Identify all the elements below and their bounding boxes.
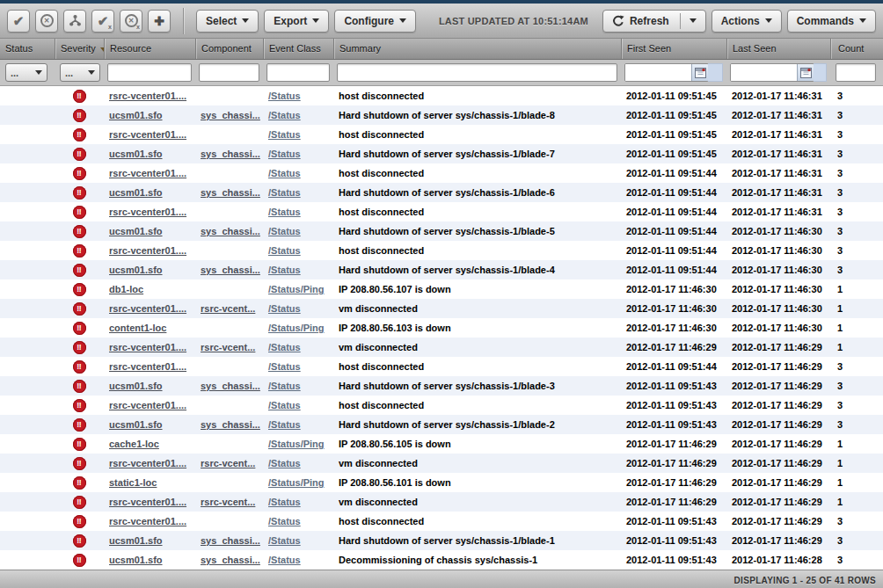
- resource-link[interactable]: rsrc-vcenter01....: [109, 207, 186, 217]
- component-link[interactable]: sys_chassi...: [201, 535, 260, 546]
- map-events-button[interactable]: [63, 10, 86, 33]
- column-header-count[interactable]: Count: [830, 39, 883, 59]
- resource-link[interactable]: ucsm01.sfo: [109, 535, 163, 546]
- resource-link[interactable]: rsrc-vcenter01....: [109, 303, 186, 314]
- component-filter-input[interactable]: [199, 63, 259, 82]
- resource-link[interactable]: ucsm01.sfo: [109, 419, 163, 430]
- column-header-component[interactable]: Component: [195, 39, 263, 59]
- column-header-last-seen[interactable]: Last Seen: [726, 39, 830, 59]
- table-row[interactable]: ‼ ucsm01.sfo sys_chassi... /Status Hard …: [0, 221, 883, 241]
- table-row[interactable]: ‼ rsrc-vcenter01.... rsrc-vcent... /Stat…: [0, 454, 883, 473]
- table-row[interactable]: ‼ rsrc-vcenter01.... /Status host discon…: [0, 86, 883, 105]
- resource-link[interactable]: ucsm01.sfo: [109, 381, 163, 391]
- calendar-icon[interactable]: [797, 64, 814, 81]
- event-class-link[interactable]: /Status: [268, 458, 301, 468]
- resource-link[interactable]: ucsm01.sfo: [109, 149, 163, 159]
- table-row[interactable]: ‼ ucsm01.sfo sys_chassi... /Status Hard …: [0, 144, 883, 163]
- component-link[interactable]: sys_chassi...: [201, 187, 260, 198]
- resource-link[interactable]: rsrc-vcenter01....: [109, 245, 186, 256]
- reopen-event-button[interactable]: ✕ x: [120, 10, 142, 33]
- resource-link[interactable]: cache1-loc: [109, 439, 159, 449]
- resource-link[interactable]: ucsm01.sfo: [109, 187, 163, 198]
- event-class-link[interactable]: /Status: [268, 400, 301, 410]
- event-class-link[interactable]: /Status/Ping: [268, 439, 325, 449]
- select-menu-button[interactable]: Select: [196, 10, 259, 33]
- column-header-severity[interactable]: Severity: [55, 39, 104, 59]
- event-class-link[interactable]: /Status: [268, 226, 301, 236]
- resource-link[interactable]: ucsm01.sfo: [109, 555, 163, 565]
- actions-menu-button[interactable]: Actions: [712, 10, 782, 33]
- event-class-link[interactable]: /Status: [268, 245, 301, 256]
- last-seen-filter-input[interactable]: [731, 64, 797, 81]
- resource-link[interactable]: rsrc-vcenter01....: [109, 342, 186, 352]
- commands-menu-button[interactable]: Commands: [787, 10, 876, 33]
- event-class-link[interactable]: /Status: [268, 129, 301, 140]
- event-class-link[interactable]: /Status: [268, 342, 301, 352]
- count-filter-input[interactable]: [836, 63, 876, 82]
- resource-link[interactable]: rsrc-vcenter01....: [109, 168, 186, 178]
- table-row[interactable]: ‼ rsrc-vcenter01.... /Status host discon…: [0, 202, 883, 221]
- acknowledge-button[interactable]: ✔: [7, 10, 30, 33]
- table-row[interactable]: ‼ rsrc-vcenter01.... /Status host discon…: [0, 357, 883, 376]
- column-header-summary[interactable]: Summary: [333, 39, 621, 59]
- component-link[interactable]: rsrc-vcent...: [201, 497, 255, 507]
- resource-link[interactable]: ucsm01.sfo: [109, 265, 163, 275]
- table-row[interactable]: ‼ rsrc-vcenter01.... /Status host discon…: [0, 125, 883, 144]
- component-link[interactable]: sys_chassi...: [201, 381, 260, 391]
- configure-menu-button[interactable]: Configure: [334, 10, 416, 33]
- resource-link[interactable]: rsrc-vcenter01....: [109, 458, 186, 468]
- add-event-button[interactable]: ✚: [148, 10, 171, 33]
- table-row[interactable]: ‼ ucsm01.sfo sys_chassi... /Status Hard …: [0, 531, 883, 550]
- resource-link[interactable]: static1-loc: [109, 477, 157, 488]
- table-row[interactable]: ‼ rsrc-vcenter01.... /Status host discon…: [0, 163, 883, 183]
- resource-link[interactable]: rsrc-vcenter01....: [109, 497, 186, 507]
- resource-link[interactable]: rsrc-vcenter01....: [109, 361, 186, 372]
- table-row[interactable]: ‼ rsrc-vcenter01.... rsrc-vcent... /Stat…: [0, 492, 883, 512]
- resource-link[interactable]: db1-loc: [109, 284, 143, 294]
- table-row[interactable]: ‼ ucsm01.sfo sys_chassi... /Status Hard …: [0, 260, 883, 279]
- table-row[interactable]: ‼ ucsm01.sfo sys_chassi... /Status Hard …: [0, 105, 883, 125]
- component-link[interactable]: sys_chassi...: [201, 110, 260, 120]
- component-link[interactable]: sys_chassi...: [201, 555, 260, 565]
- resource-link[interactable]: content1-loc: [109, 323, 166, 333]
- column-header-first-seen[interactable]: First Seen: [621, 39, 726, 59]
- component-link[interactable]: sys_chassi...: [201, 226, 260, 236]
- event-class-link[interactable]: /Status: [268, 187, 301, 198]
- component-link[interactable]: sys_chassi...: [201, 419, 260, 430]
- event-class-link[interactable]: /Status/Ping: [268, 284, 325, 294]
- resource-link[interactable]: ucsm01.sfo: [109, 110, 163, 120]
- component-link[interactable]: sys_chassi...: [201, 149, 260, 159]
- event-class-link[interactable]: /Status: [268, 110, 301, 120]
- unacknowledge-button[interactable]: ✔ x: [91, 10, 114, 33]
- event-class-link[interactable]: /Status: [268, 516, 301, 526]
- event-class-link[interactable]: /Status: [268, 361, 301, 372]
- table-row[interactable]: ‼ rsrc-vcenter01.... rsrc-vcent... /Stat…: [0, 338, 883, 357]
- table-row[interactable]: ‼ content1-loc /Status/Ping IP 208.80.56…: [0, 318, 883, 338]
- table-row[interactable]: ‼ rsrc-vcenter01.... /Status host discon…: [0, 396, 883, 415]
- component-link[interactable]: rsrc-vcent...: [201, 458, 255, 468]
- component-link[interactable]: sys_chassi...: [201, 265, 260, 275]
- first-seen-filter-input[interactable]: [625, 64, 691, 81]
- table-row[interactable]: ‼ rsrc-vcenter01.... /Status host discon…: [0, 241, 883, 260]
- column-header-status[interactable]: Status: [0, 39, 55, 59]
- table-row[interactable]: ‼ db1-loc /Status/Ping IP 208.80.56.107 …: [0, 279, 883, 299]
- event-class-link[interactable]: /Status: [268, 555, 301, 565]
- resource-link[interactable]: rsrc-vcenter01....: [109, 516, 186, 526]
- column-header-event-class[interactable]: Event Class: [263, 39, 333, 59]
- calendar-icon[interactable]: [691, 64, 708, 81]
- resource-filter-input[interactable]: [107, 63, 192, 82]
- event-class-link[interactable]: /Status: [268, 168, 301, 178]
- event-class-link[interactable]: /Status/Ping: [268, 477, 325, 488]
- table-row[interactable]: ‼ ucsm01.sfo sys_chassi... /Status Hard …: [0, 415, 883, 434]
- event-class-link[interactable]: /Status: [268, 381, 301, 391]
- column-header-resource[interactable]: Resource: [104, 39, 195, 59]
- event-class-link[interactable]: /Status: [268, 303, 301, 314]
- resource-link[interactable]: rsrc-vcenter01....: [109, 91, 186, 101]
- event-class-link[interactable]: /Status: [268, 149, 301, 159]
- refresh-button[interactable]: Refresh: [602, 10, 706, 33]
- event-class-link[interactable]: /Status/Ping: [268, 323, 325, 333]
- event-class-link[interactable]: /Status: [268, 497, 301, 507]
- event-class-link[interactable]: /Status: [268, 265, 301, 275]
- component-link[interactable]: rsrc-vcent...: [201, 303, 255, 314]
- resource-link[interactable]: rsrc-vcenter01....: [109, 129, 186, 140]
